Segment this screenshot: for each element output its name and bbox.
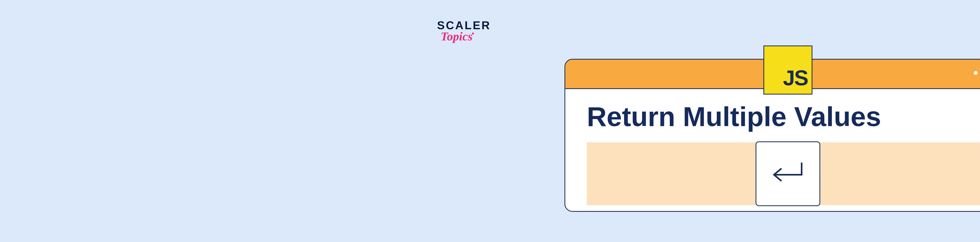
- window-dot: [974, 71, 978, 75]
- js-badge: JS: [764, 46, 813, 94]
- js-badge-text: JS: [783, 65, 808, 90]
- scaler-topics-logo: SCALER Topics: [437, 19, 491, 43]
- window-content: Return Multiple Values: [565, 89, 980, 215]
- illustration-window: JS Return Multiple Values: [565, 59, 980, 212]
- return-key-icon: [756, 142, 820, 206]
- window-titlebar: JS: [565, 60, 980, 89]
- window-title: Return Multiple Values: [587, 101, 980, 132]
- return-arrow-icon: [769, 159, 807, 189]
- logo-topics-word: Topics: [441, 29, 473, 43]
- content-bar: [587, 142, 980, 205]
- window-control-dots: [974, 71, 980, 75]
